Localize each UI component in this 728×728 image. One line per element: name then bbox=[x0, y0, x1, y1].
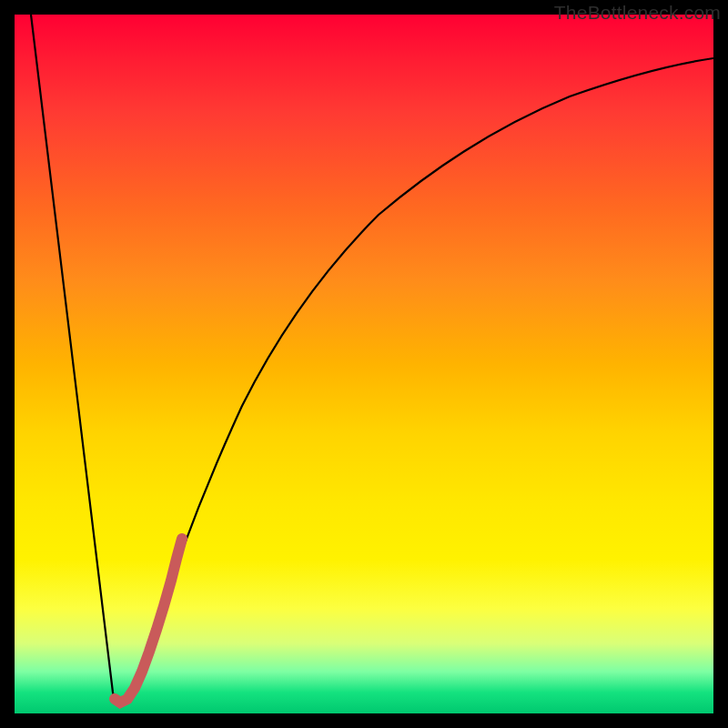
highlighted-segment-path bbox=[115, 539, 182, 703]
watermark-text: TheBottleneck.com bbox=[554, 2, 721, 24]
plot-area bbox=[15, 15, 713, 713]
chart-svg bbox=[15, 15, 713, 713]
highlighted-segment-group bbox=[115, 539, 182, 703]
bottleneck-curve-path bbox=[31, 15, 713, 704]
chart-frame: TheBottleneck.com bbox=[0, 0, 728, 728]
